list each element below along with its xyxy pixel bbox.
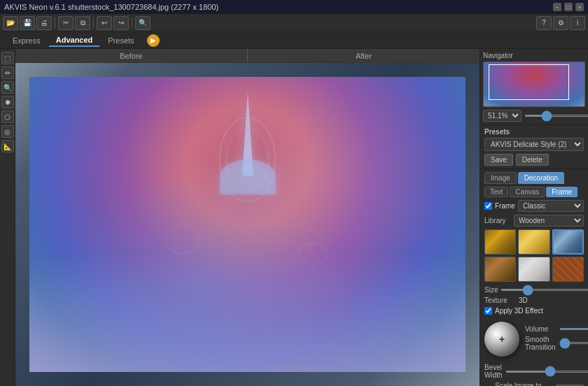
library-row: Library Wooden Metal Gold Silver (484, 215, 584, 227)
tab-presets[interactable]: Presets (101, 35, 141, 46)
copy-button[interactable]: ⧉ (75, 16, 90, 30)
tab-frame[interactable]: Frame (546, 187, 578, 197)
before-after-bar: Before After (15, 49, 479, 63)
bevel-row: Bevel Width 50 (484, 364, 584, 379)
tool-shape[interactable]: ⬡ (1, 110, 14, 123)
texture-label: Texture (484, 296, 516, 304)
presets-select[interactable]: AKVIS Delicate Style (2) AKVIS Delicate … (484, 138, 584, 151)
frame-style-select[interactable]: Classic Modern Ornate (518, 200, 584, 212)
left-toolbar: ⬚ ✏ 🔍 ✱ ⬡ ◎ 📐 (0, 49, 15, 386)
preset-delete-button[interactable]: Delete (516, 154, 549, 166)
navigator-viewport-box (489, 64, 569, 99)
library-label: Library (484, 217, 511, 224)
tab-canvas[interactable]: Canvas (510, 187, 545, 197)
toolbar-sep-2 (93, 17, 94, 29)
spire-decoration (242, 92, 253, 176)
size-row: Size 27 (484, 286, 584, 294)
preset-save-button[interactable]: Save (484, 154, 513, 166)
apply-3d-row: Apply 3D Effect (484, 307, 584, 315)
bevel-slider[interactable] (505, 371, 588, 373)
zoom-row: 51.1% 25% 50% 100% 200% (483, 110, 585, 122)
toolbar: 📂 💾 🖨 ✂ ⧉ ↩ ↪ 🔍 ? ⚙ i (0, 14, 588, 32)
open-button[interactable]: 📂 (3, 16, 18, 30)
toolbar-sep-3 (132, 17, 132, 29)
maximize-button[interactable]: □ (564, 3, 573, 11)
texture-value: 3D (519, 296, 528, 304)
tab-decoration[interactable]: Decoration (518, 172, 564, 184)
tool-zoom[interactable]: 🔍 (1, 81, 14, 94)
frame-checkbox[interactable] (484, 202, 492, 210)
scale-row: Scale Image to Frame Reset (484, 382, 584, 386)
tab-text[interactable]: Text (484, 187, 508, 197)
painting-frame (15, 63, 479, 386)
canvas-area: Before After (15, 49, 479, 386)
tool-select[interactable]: ⬚ (1, 52, 14, 64)
zoom-slider[interactable] (524, 115, 588, 117)
apply-3d-label: Apply 3D Effect (495, 307, 543, 315)
svg-point-0 (220, 117, 276, 201)
redo-button[interactable]: ↪ (113, 16, 129, 30)
toolbar-sep-1 (55, 17, 55, 29)
after-label: After (248, 49, 479, 62)
volume-slider[interactable] (559, 328, 588, 330)
smooth-label: Smooth Transition (525, 336, 556, 351)
info-button[interactable]: i (570, 16, 585, 30)
save-button[interactable]: 💾 (20, 16, 35, 30)
frame-thumb-2[interactable] (518, 229, 550, 255)
sphere-plus-icon: + (499, 334, 505, 345)
frame-checkbox-row: Frame Classic Modern Ornate (484, 200, 584, 212)
sphere-container: + (484, 322, 519, 357)
print-button[interactable]: 🖨 (36, 16, 52, 30)
tool-radial[interactable]: ◎ (1, 125, 14, 138)
main-area: ⬚ ✏ 🔍 ✱ ⬡ ◎ 📐 Before After (0, 49, 588, 386)
library-select[interactable]: Wooden Metal Gold Silver (514, 215, 584, 227)
3d-sliders: Volume 50 Smooth Transition 0 (525, 325, 588, 354)
fog-decoration (29, 254, 465, 372)
frame-thumb-3[interactable] (552, 229, 584, 255)
zoom-button[interactable]: 🔍 (135, 16, 150, 30)
frame-thumb-4[interactable] (484, 257, 516, 282)
frame-thumb-6[interactable] (552, 257, 584, 282)
settings-button[interactable]: ⚙ (553, 16, 568, 30)
scale-label: Scale Image to Frame (495, 382, 553, 386)
apply-3d-checkbox[interactable] (484, 307, 492, 315)
canvas-content[interactable] (15, 63, 479, 386)
presets-btn-row: Save Delete (484, 154, 584, 166)
svg-point-5 (299, 243, 327, 264)
neon-lines (29, 77, 465, 372)
cut-button[interactable]: ✂ (58, 16, 74, 30)
3d-controls: + Volume 50 Smooth Transition 0 (484, 317, 584, 361)
minimize-button[interactable]: − (553, 3, 561, 11)
zoom-select[interactable]: 51.1% 25% 50% 100% 200% (483, 110, 522, 122)
title-bar: AKVIS Neon v.6.1 shutterstock_1300723684… (0, 0, 588, 14)
tab-image[interactable]: Image (484, 172, 517, 184)
3d-sphere[interactable]: + (484, 322, 519, 357)
tab-express[interactable]: Express (6, 35, 48, 46)
frame-thumbnail-grid (484, 229, 584, 282)
help-button[interactable]: ? (536, 16, 552, 30)
app-title: AKVIS Neon v.6.1 shutterstock_1300723684… (4, 3, 553, 11)
before-label: Before (15, 49, 247, 62)
close-button[interactable]: × (575, 3, 584, 11)
run-button[interactable]: ▶ (147, 34, 160, 47)
right-panel: Navigator 51.1% 25% 50% 100% 200% Preset… (479, 49, 588, 386)
frame-thumb-5[interactable] (518, 257, 550, 282)
image-decoration-section: Image Decoration Text Canvas Frame Frame… (480, 169, 588, 386)
tab-advanced[interactable]: Advanced (49, 34, 100, 47)
tool-hand[interactable]: ✱ (1, 96, 14, 108)
frame-label: Frame (495, 202, 515, 210)
smooth-slider[interactable] (559, 342, 588, 344)
tool-ruler[interactable]: 📐 (1, 140, 14, 152)
navigator-section: Navigator 51.1% 25% 50% 100% 200% (480, 49, 588, 125)
size-label: Size (484, 286, 498, 294)
tool-brush[interactable]: ✏ (1, 66, 14, 79)
undo-button[interactable]: ↩ (97, 16, 112, 30)
painting-image (29, 77, 465, 372)
decoration-mini-tabs: Text Canvas Frame (484, 187, 584, 197)
mode-tabs: Express Advanced Presets ▶ (0, 32, 588, 49)
frame-thumb-1[interactable] (484, 229, 516, 255)
navigator-label: Navigator (483, 52, 585, 59)
texture-row: Texture 3D (484, 296, 584, 304)
size-slider[interactable] (500, 289, 588, 291)
presets-section: Presets AKVIS Delicate Style (2) AKVIS D… (480, 125, 588, 169)
